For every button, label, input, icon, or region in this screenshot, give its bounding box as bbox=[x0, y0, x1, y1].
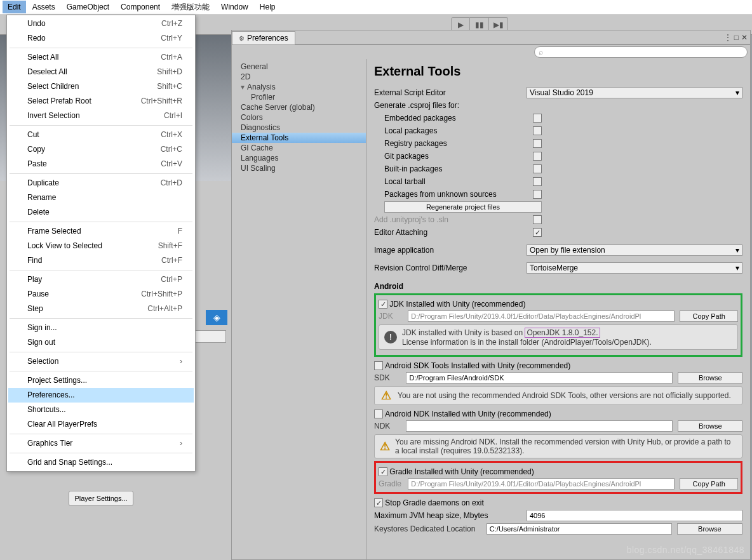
label-gradle-chk: Gradle Installed with Unity (recommended… bbox=[389, 467, 534, 476]
ndk-warn-box: ⚠ You are missing Android NDK. Install t… bbox=[374, 434, 742, 458]
check-git[interactable] bbox=[533, 152, 542, 161]
sidebar-external-tools[interactable]: External Tools bbox=[232, 133, 366, 143]
menu-duplicate[interactable]: DuplicateCtrl+D bbox=[8, 176, 194, 190]
sidebar-profiler[interactable]: Profiler bbox=[232, 92, 366, 102]
menu-select-all[interactable]: Select AllCtrl+A bbox=[8, 50, 194, 65]
menu-preferences[interactable]: Preferences... bbox=[8, 388, 194, 403]
menu-shortcuts[interactable]: Shortcuts... bbox=[8, 403, 194, 417]
menu-find[interactable]: FindCtrl+F bbox=[8, 253, 194, 268]
check-registry[interactable] bbox=[533, 139, 542, 148]
sidebar-2d[interactable]: 2D bbox=[232, 72, 366, 82]
menu-pause[interactable]: PauseCtrl+Shift+P bbox=[8, 287, 194, 302]
label-addproj: Add .unityproj's to .sln bbox=[374, 215, 533, 224]
preferences-search[interactable]: ⌕ bbox=[534, 46, 748, 58]
menu-selection[interactable]: Selection› bbox=[8, 354, 194, 369]
jvm-heap-field[interactable]: 4096 bbox=[527, 510, 742, 521]
ndk-browse-button[interactable]: Browse bbox=[678, 420, 742, 432]
jdk-copy-path-button[interactable]: Copy Path bbox=[680, 310, 738, 322]
jdk-path-field[interactable]: D:/Program Files/Unity/2019.4.0f1/Editor… bbox=[408, 310, 675, 322]
sdk-path-field[interactable]: D:/Program Files/Android/SDK bbox=[406, 372, 673, 383]
check-builtin[interactable] bbox=[533, 164, 542, 173]
label-sdk: SDK bbox=[374, 373, 401, 382]
sidebar-analysis[interactable]: ▾Analysis bbox=[232, 82, 366, 92]
sidebar-general[interactable]: General bbox=[232, 62, 366, 72]
jdk-info-box: ! JDK installed with Unity is based on O… bbox=[379, 324, 738, 350]
sidebar-diagnostics[interactable]: Diagnostics bbox=[232, 123, 366, 133]
check-embedded[interactable] bbox=[533, 114, 542, 123]
check-stop-gradle[interactable] bbox=[374, 498, 383, 507]
keystore-browse-button[interactable]: Browse bbox=[677, 523, 742, 535]
warning-icon: ⚠ bbox=[380, 389, 393, 402]
check-editor-attach[interactable] bbox=[533, 228, 542, 237]
menu-edit[interactable]: Edit bbox=[3, 1, 26, 13]
window-menu-icon[interactable]: ⋮ bbox=[724, 33, 732, 42]
gradle-highlight-box: Gradle Installed with Unity (recommended… bbox=[374, 461, 742, 494]
label-embedded-pkg: Embedded packages bbox=[374, 114, 533, 123]
player-settings-button[interactable]: Player Settings... bbox=[69, 491, 133, 506]
menu-gameobject[interactable]: GameObject bbox=[62, 1, 114, 13]
menu-copy[interactable]: CopyCtrl+C bbox=[8, 142, 194, 157]
menu-select-children[interactable]: Select ChildrenShift+C bbox=[8, 79, 194, 94]
edit-menu: UndoCtrl+Z RedoCtrl+Y Select AllCtrl+A D… bbox=[6, 15, 196, 472]
sidebar-colors[interactable]: Colors bbox=[232, 112, 366, 123]
window-maximize-icon[interactable]: □ bbox=[734, 33, 739, 42]
check-addproj[interactable] bbox=[533, 215, 542, 224]
sidebar-languages[interactable]: Languages bbox=[232, 153, 366, 163]
menu-enhanced[interactable]: 增强版功能 bbox=[166, 0, 215, 15]
menu-project-settings[interactable]: Project Settings... bbox=[8, 373, 194, 388]
menu-clear-playerprefs[interactable]: Clear All PlayerPrefs bbox=[8, 417, 194, 432]
menu-assets[interactable]: Assets bbox=[27, 1, 60, 13]
ndk-path-field[interactable] bbox=[406, 420, 673, 432]
openjdk-highlight: OpenJDK 1.8.0_152. bbox=[525, 328, 600, 338]
menu-deselect-all[interactable]: Deselect AllShift+D bbox=[8, 65, 194, 79]
menu-cut[interactable]: CutCtrl+X bbox=[8, 128, 194, 142]
label-registry-pkg: Registry packages bbox=[374, 139, 533, 148]
menu-select-prefab-root[interactable]: Select Prefab RootCtrl+Shift+R bbox=[8, 94, 194, 109]
gradle-path-field[interactable]: D:/Program Files/Unity/2019.4.0f1/Editor… bbox=[408, 478, 675, 490]
label-jdk-chk: JDK Installed with Unity (recommended) bbox=[389, 300, 525, 309]
menu-undo[interactable]: UndoCtrl+Z bbox=[8, 17, 194, 31]
revctrl-dropdown[interactable]: TortoiseMerge▾ bbox=[527, 262, 742, 274]
label-img-app: Image application bbox=[374, 246, 527, 255]
watermark: blog.csdn.net/qq_38461848 bbox=[627, 545, 744, 555]
check-unknown[interactable] bbox=[533, 190, 542, 199]
unity-logo-icon: ◈ bbox=[206, 310, 227, 325]
keystore-path-field[interactable]: C:/Users/Administrator bbox=[487, 523, 672, 535]
sdk-warn-box: ⚠ You are not using the recommended Andr… bbox=[374, 386, 742, 405]
menu-component[interactable]: Component bbox=[116, 1, 165, 13]
menu-invert-selection[interactable]: Invert SelectionCtrl+I bbox=[8, 109, 194, 123]
menu-step[interactable]: StepCtrl+Alt+P bbox=[8, 302, 194, 316]
menu-delete[interactable]: Delete bbox=[8, 205, 194, 220]
menu-lock-view[interactable]: Lock View to SelectedShift+F bbox=[8, 239, 194, 253]
menu-help[interactable]: Help bbox=[255, 1, 281, 13]
check-ndk[interactable] bbox=[374, 410, 383, 418]
gradle-copy-path-button[interactable]: Copy Path bbox=[680, 478, 738, 490]
menu-window[interactable]: Window bbox=[216, 1, 253, 13]
sidebar-ui-scaling[interactable]: UI Scaling bbox=[232, 163, 366, 173]
sidebar-gi-cache[interactable]: GI Cache bbox=[232, 143, 366, 153]
menu-sign-out[interactable]: Sign out bbox=[8, 335, 194, 350]
search-icon: ⌕ bbox=[539, 48, 543, 57]
gear-icon: ⚙ bbox=[239, 35, 245, 42]
menu-frame-selected[interactable]: Frame SelectedF bbox=[8, 224, 194, 239]
menu-sign-in[interactable]: Sign in... bbox=[8, 321, 194, 335]
menu-play[interactable]: PlayCtrl+P bbox=[8, 272, 194, 287]
check-local[interactable] bbox=[533, 126, 542, 135]
check-jdk[interactable] bbox=[379, 300, 387, 309]
external-script-dropdown[interactable]: Visual Studio 2019▾ bbox=[527, 87, 742, 98]
sdk-browse-button[interactable]: Browse bbox=[678, 372, 742, 383]
menu-paste[interactable]: PasteCtrl+V bbox=[8, 157, 194, 171]
menu-rename[interactable]: Rename bbox=[8, 190, 194, 205]
menu-redo[interactable]: RedoCtrl+Y bbox=[8, 31, 194, 46]
menu-graphics-tier[interactable]: Graphics Tier› bbox=[8, 436, 194, 451]
sidebar-cache-server[interactable]: Cache Server (global) bbox=[232, 102, 366, 112]
chevron-down-icon: ▾ bbox=[735, 88, 739, 97]
preferences-tab[interactable]: ⚙ Preferences bbox=[232, 31, 295, 44]
image-app-dropdown[interactable]: Open by file extension▾ bbox=[527, 244, 742, 256]
check-sdk[interactable] bbox=[374, 361, 383, 370]
menu-grid-snap[interactable]: Grid and Snap Settings... bbox=[8, 455, 194, 470]
check-tarball[interactable] bbox=[533, 177, 542, 186]
window-close-icon[interactable]: ✕ bbox=[741, 33, 748, 42]
regenerate-button[interactable]: Regenerate project files bbox=[384, 201, 542, 213]
check-gradle[interactable] bbox=[379, 467, 387, 476]
